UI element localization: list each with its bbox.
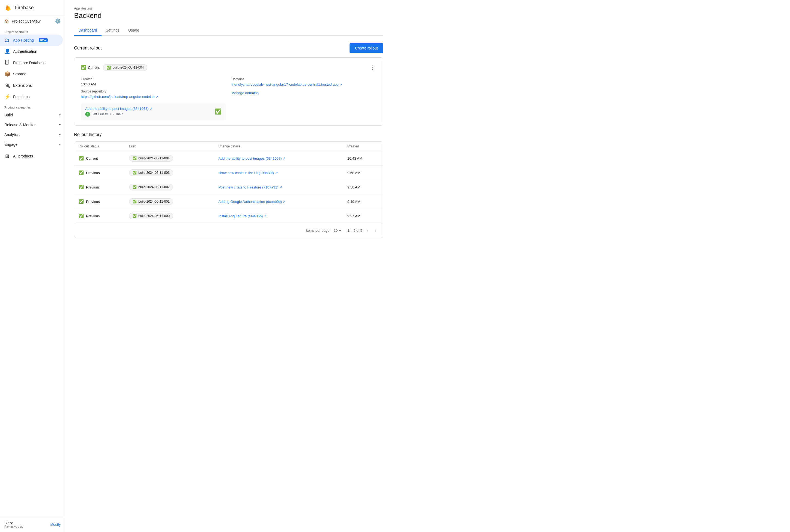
created-section: Created 10:43 AM <box>81 77 226 86</box>
sidebar-item-functions[interactable]: ⚡ Functions <box>0 91 63 102</box>
row-change: show new chats in the UI (198a89f) ↗ <box>214 166 343 180</box>
sidebar-item-extensions[interactable]: 🔌 Extensions <box>0 80 63 91</box>
footer-plan: Blaze Pay as you go <box>4 521 23 528</box>
card-status-row: ✅ Current ✅ build-2024-05-11-004 <box>81 64 147 71</box>
project-shortcuts-label: Project shortcuts <box>0 27 65 35</box>
row-created: 9:27 AM <box>343 209 383 223</box>
row-change-link[interactable]: Post new chats to Firestore (7107a31) ↗ <box>218 185 282 189</box>
current-build-badge: ✅ build-2024-05-11-004 <box>103 64 147 71</box>
sidebar-item-extensions-label: Extensions <box>13 83 32 88</box>
source-repo-section: Source repository https://github.com/jhu… <box>81 90 226 99</box>
build-check-icon: ✅ <box>107 65 111 70</box>
all-products-label: All products <box>13 154 33 158</box>
current-rollout-card: ✅ Current ✅ build-2024-05-11-004 ⋮ Creat… <box>74 57 383 126</box>
sidebar-item-firestore[interactable]: 🗄 Firestore Database <box>0 57 63 68</box>
new-badge: NEW <box>39 38 48 42</box>
row-build-badge: ✅build-2024-05-11-004 <box>129 155 173 162</box>
sidebar-item-storage[interactable]: 📦 Storage <box>0 68 63 80</box>
commit-box: Add the ability to post images (6341067)… <box>81 103 226 120</box>
project-overview-row[interactable]: 🏠 Project Overview ⚙️ <box>0 16 65 27</box>
table-row: ✅Previous✅build-2024-05-11-001Adding Goo… <box>74 194 383 209</box>
created-value: 10:43 AM <box>81 82 226 86</box>
prev-page-button[interactable]: ‹ <box>365 227 370 234</box>
manage-domains-link[interactable]: Manage domains <box>232 91 376 95</box>
row-build-label: build-2024-05-11-000 <box>138 214 170 218</box>
items-per-page-select[interactable]: 10 25 50 <box>333 228 342 233</box>
row-change: Install AngularFire (f04a06b) ↗ <box>214 209 343 223</box>
next-page-button[interactable]: › <box>373 227 379 234</box>
sidebar-item-all-products[interactable]: ⊞ All products <box>0 150 63 162</box>
project-overview-label: Project Overview <box>12 19 40 23</box>
authentication-icon: 👤 <box>4 49 10 54</box>
row-build-check-icon: ✅ <box>133 156 137 160</box>
build-label: Build <box>4 113 13 117</box>
row-check-icon: ✅ <box>79 185 84 190</box>
col-header-created: Created <box>343 142 383 151</box>
row-status-label: Previous <box>86 185 100 189</box>
tab-dashboard[interactable]: Dashboard <box>74 25 102 36</box>
row-status-label: Previous <box>86 214 100 218</box>
domains-section: Domains friendlychat-codelab--test-angul… <box>232 77 376 87</box>
separator: • <box>110 112 111 116</box>
sidebar-header: Firebase <box>0 0 65 16</box>
extensions-icon: 🔌 <box>4 82 10 89</box>
tab-usage[interactable]: Usage <box>124 25 144 36</box>
sidebar-item-functions-label: Functions <box>13 95 30 99</box>
row-created: 9:50 AM <box>343 180 383 194</box>
release-monitor-label: Release & Monitor <box>4 123 36 127</box>
commit-author: Jeff Huleatt <box>92 112 108 116</box>
app-title: Firebase <box>15 5 34 11</box>
settings-icon[interactable]: ⚙️ <box>55 18 61 24</box>
row-build: ✅build-2024-05-11-002 <box>125 180 214 194</box>
tabs-bar: Dashboard Settings Usage <box>74 25 383 36</box>
row-build: ✅build-2024-05-11-001 <box>125 194 214 209</box>
row-build-label: build-2024-05-11-003 <box>138 171 170 175</box>
pagination: 1 – 5 of 5 ‹ › <box>348 227 379 234</box>
project-overview-button[interactable]: 🏠 Project Overview <box>4 19 40 23</box>
page-info: 1 – 5 of 5 <box>348 228 362 232</box>
row-build-label: build-2024-05-11-004 <box>138 156 170 160</box>
row-change-link[interactable]: Install AngularFire (f04a06b) ↗ <box>218 214 267 218</box>
tab-settings[interactable]: Settings <box>102 25 124 36</box>
commit-details: Add the ability to post images (6341067)… <box>85 106 152 117</box>
commit-branch: main <box>116 112 123 116</box>
source-repo-link[interactable]: https://github.com/jhuleatt/tmp-angular-… <box>81 95 158 99</box>
table-footer: Items per page: 10 25 50 1 – 5 of 5 ‹ › <box>74 223 383 238</box>
current-label: Current <box>88 65 99 70</box>
table-row: ✅Previous✅build-2024-05-11-002Post new c… <box>74 180 383 194</box>
row-check-icon: ✅ <box>79 213 84 218</box>
rollout-history-table: Rollout Status Build Change details Crea… <box>74 142 383 223</box>
product-categories-label: Product categories <box>0 102 65 110</box>
sidebar-item-authentication[interactable]: 👤 Authentication <box>0 46 63 57</box>
items-per-page-control: Items per page: 10 25 50 <box>306 228 342 233</box>
sidebar-item-release-monitor[interactable]: Release & Monitor ▾ <box>0 120 65 130</box>
commit-link[interactable]: Add the ability to post images (6341067)… <box>85 107 152 111</box>
analytics-label: Analytics <box>4 132 20 137</box>
meta-right: Domains friendlychat-codelab--test-angul… <box>232 77 376 120</box>
row-change-link[interactable]: Add the ability to post images (6341067)… <box>218 156 286 160</box>
row-change-link[interactable]: show new chats in the UI (198a89f) ↗ <box>218 171 278 175</box>
firestore-icon: 🗄 <box>4 60 10 65</box>
row-build-check-icon: ✅ <box>133 171 137 175</box>
rollout-history-card: Rollout Status Build Change details Crea… <box>74 141 383 238</box>
sidebar-item-build[interactable]: Build ▾ <box>0 110 65 120</box>
card-top-row: ✅ Current ✅ build-2024-05-11-004 ⋮ <box>81 63 376 72</box>
sidebar-item-app-hosting-label: App Hosting <box>13 38 34 42</box>
more-options-icon[interactable]: ⋮ <box>369 63 376 72</box>
engage-label: Engage <box>4 142 17 147</box>
row-change-link[interactable]: Adding Google Authentication (dcaab0b) ↗ <box>218 200 286 204</box>
modify-button[interactable]: Modify <box>50 522 61 527</box>
domain-link[interactable]: friendlychat-codelab--test-angular17-cod… <box>232 82 342 87</box>
card-meta-grid: Created 10:43 AM Source repository https… <box>81 77 376 120</box>
create-rollout-button[interactable]: Create rollout <box>350 43 383 53</box>
row-check-icon: ✅ <box>79 199 84 204</box>
sidebar: Firebase 🏠 Project Overview ⚙️ Project s… <box>0 0 65 532</box>
sidebar-item-engage[interactable]: Engage ▾ <box>0 139 65 149</box>
row-build: ✅build-2024-05-11-003 <box>125 166 214 180</box>
branch-icon: ⑂ <box>113 112 115 116</box>
sidebar-item-app-hosting[interactable]: 🗂 App Hosting NEW <box>0 35 63 46</box>
page-title: Backend <box>74 12 383 20</box>
sidebar-item-analytics[interactable]: Analytics ▾ <box>0 130 65 139</box>
row-build-check-icon: ✅ <box>133 214 137 218</box>
row-change: Add the ability to post images (6341067)… <box>214 151 343 166</box>
